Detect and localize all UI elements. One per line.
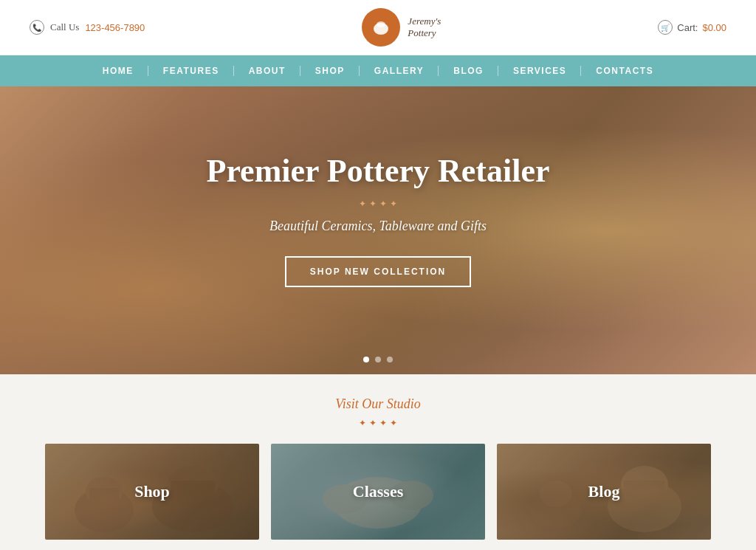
star-3: ✦	[379, 199, 387, 210]
star-1: ✦	[359, 199, 366, 210]
call-label: Call Us	[50, 21, 79, 33]
dot-2[interactable]	[375, 357, 381, 362]
nav-home[interactable]: HOME	[88, 66, 148, 76]
hero-section: Premier Pottery Retailer ✦ ✦ ✦ ✦ Beautif…	[0, 86, 756, 374]
cart-label: Cart:	[677, 22, 698, 33]
star-4: ✦	[390, 199, 397, 210]
classes-card-label: Classes	[271, 444, 485, 540]
nav-shop[interactable]: SHOP	[300, 66, 360, 76]
blog-card-label: Blog	[497, 444, 711, 540]
shop-card-label: Shop	[45, 444, 259, 540]
main-nav: HOME FEATURES ABOUT SHOP GALLERY BLOG SE…	[0, 55, 756, 86]
category-cards: Shop Classes Blog	[0, 444, 756, 540]
cart-icon: 🛒	[658, 20, 673, 35]
logo-text: Jeremy's Pottery	[408, 16, 441, 38]
hero-dots	[363, 357, 393, 362]
shop-card[interactable]: Shop	[45, 444, 259, 540]
nav-blog[interactable]: BLOG	[439, 66, 498, 76]
site-header: 📞 Call Us 123-456-7890 Jeremy's Pottery …	[0, 0, 756, 55]
nav-gallery[interactable]: GALLERY	[360, 66, 439, 76]
shop-collection-button[interactable]: SHOP NEW COLLECTION	[285, 256, 471, 287]
studio-label: Visit Our Studio	[0, 396, 756, 412]
logo[interactable]: Jeremy's Pottery	[362, 8, 441, 47]
hero-title: Premier Pottery Retailer	[207, 152, 550, 190]
logo-icon	[362, 8, 400, 47]
dot-1[interactable]	[363, 357, 369, 362]
studio-star-4: ✦	[390, 418, 397, 429]
nav-contacts[interactable]: CONTACTS	[581, 66, 668, 76]
hero-content: Premier Pottery Retailer ✦ ✦ ✦ ✦ Beautif…	[0, 86, 756, 374]
nav-services[interactable]: SERVICES	[498, 66, 581, 76]
header-phone[interactable]: 📞 Call Us 123-456-7890	[30, 20, 145, 35]
star-2: ✦	[369, 199, 377, 210]
blog-card[interactable]: Blog	[497, 444, 711, 540]
studio-star-1: ✦	[359, 418, 366, 429]
studio-star-3: ✦	[379, 418, 387, 429]
dot-3[interactable]	[387, 357, 393, 362]
phone-number[interactable]: 123-456-7890	[85, 22, 145, 33]
studio-star-2: ✦	[369, 418, 377, 429]
nav-about[interactable]: ABOUT	[234, 66, 300, 76]
phone-icon: 📞	[30, 20, 44, 35]
classes-card[interactable]: Classes	[271, 444, 485, 540]
cart-amount: $0.00	[702, 22, 726, 33]
studio-stars: ✦ ✦ ✦ ✦	[0, 418, 756, 429]
studio-section: Visit Our Studio ✦ ✦ ✦ ✦ Shop	[0, 374, 756, 540]
cart-area[interactable]: 🛒 Cart: $0.00	[658, 20, 726, 35]
hero-subtitle: Beautiful Ceramics, Tableware and Gifts	[269, 219, 487, 234]
nav-features[interactable]: FEATURES	[148, 66, 234, 76]
hero-stars: ✦ ✦ ✦ ✦	[359, 199, 397, 210]
